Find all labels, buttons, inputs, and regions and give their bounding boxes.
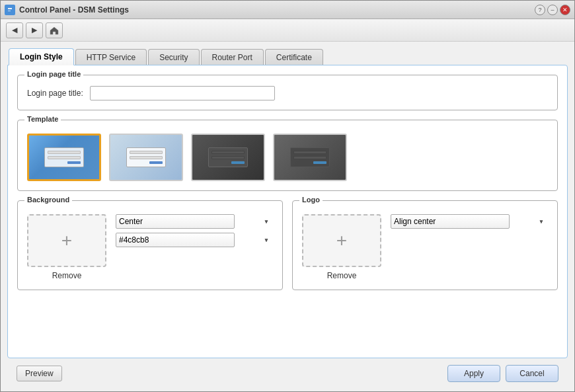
template-legend: Template: [24, 115, 61, 123]
main-window: Control Panel - DSM Settings ? – ✕ ◀ ▶ L…: [0, 0, 575, 392]
background-position-select[interactable]: Center Tile Stretch Fill: [116, 214, 235, 229]
background-remove-label: Remove: [27, 271, 106, 280]
bottom-sections: Background + Remove Center Tile Stre: [17, 200, 558, 299]
logo-inner: + Remove Align center Align left Align r…: [302, 214, 548, 280]
home-button[interactable]: [46, 22, 63, 38]
login-title-label: Login page title:: [27, 89, 83, 98]
logo-align-wrapper: Align center Align left Align right ▼: [391, 214, 548, 229]
tab-bar: Login Style HTTP Service Security Router…: [7, 48, 568, 65]
content-area: Login Style HTTP Service Security Router…: [1, 42, 574, 391]
window-title: Control Panel - DSM Settings: [19, 5, 531, 15]
logo-controls: Align center Align left Align right ▼: [391, 214, 548, 229]
help-button[interactable]: ?: [535, 5, 545, 15]
template-option-2[interactable]: [109, 134, 183, 181]
cancel-button[interactable]: Cancel: [506, 365, 558, 382]
template-option-4[interactable]: [273, 134, 347, 181]
background-legend: Background: [24, 196, 72, 204]
background-section: Background + Remove Center Tile Stre: [17, 200, 283, 290]
login-page-title-section: Login page title Login page title:: [17, 75, 558, 110]
preview-button[interactable]: Preview: [17, 366, 62, 381]
logo-section: Logo + Remove Align center Align left: [292, 200, 558, 290]
toolbar: ◀ ▶: [1, 19, 574, 42]
background-position-wrapper: Center Tile Stretch Fill ▼: [116, 214, 273, 229]
footer: Preview Apply Cancel: [7, 358, 568, 385]
logo-align-select[interactable]: Align center Align left Align right: [391, 214, 510, 229]
login-title-row: Login page title:: [27, 86, 548, 100]
login-title-input[interactable]: [90, 86, 275, 100]
background-upload-box[interactable]: +: [27, 214, 106, 267]
logo-upload-box[interactable]: +: [302, 214, 381, 267]
window-controls: ? – ✕: [535, 5, 570, 15]
tab-security[interactable]: Security: [148, 49, 199, 65]
svg-rect-0: [7, 7, 13, 13]
minimize-button[interactable]: –: [547, 5, 558, 15]
window-icon: [5, 5, 15, 15]
login-page-title-legend: Login page title: [24, 70, 83, 78]
forward-button[interactable]: ▶: [26, 22, 43, 38]
svg-rect-2: [8, 11, 11, 11]
tab-login-style[interactable]: Login Style: [9, 48, 74, 65]
template-grid: [27, 134, 548, 181]
tab-panel: Login page title Login page title: Templ…: [7, 65, 568, 358]
title-bar: Control Panel - DSM Settings ? – ✕: [1, 1, 574, 19]
background-color-wrapper: #4c8cb8 ▼: [116, 233, 273, 247]
template-section: Template: [17, 120, 558, 191]
tab-router-port[interactable]: Router Port: [201, 49, 264, 65]
svg-rect-1: [8, 8, 12, 9]
template-option-1[interactable]: [27, 134, 101, 181]
apply-button[interactable]: Apply: [447, 365, 500, 382]
template-option-3[interactable]: [191, 134, 265, 181]
background-controls: Center Tile Stretch Fill ▼ #4c8cb8: [116, 214, 273, 247]
background-upload-area: + Remove: [27, 214, 106, 280]
tab-http-service[interactable]: HTTP Service: [75, 49, 147, 65]
action-buttons: Apply Cancel: [447, 365, 558, 382]
back-button[interactable]: ◀: [6, 22, 23, 38]
tab-certificate[interactable]: Certificate: [265, 49, 323, 65]
close-button[interactable]: ✕: [560, 5, 570, 15]
logo-upload-area: + Remove: [302, 214, 381, 280]
background-color-select[interactable]: #4c8cb8: [116, 233, 235, 247]
background-inner: + Remove Center Tile Stretch Fill: [27, 214, 273, 280]
logo-legend: Logo: [299, 196, 323, 204]
logo-remove-label: Remove: [302, 271, 381, 280]
